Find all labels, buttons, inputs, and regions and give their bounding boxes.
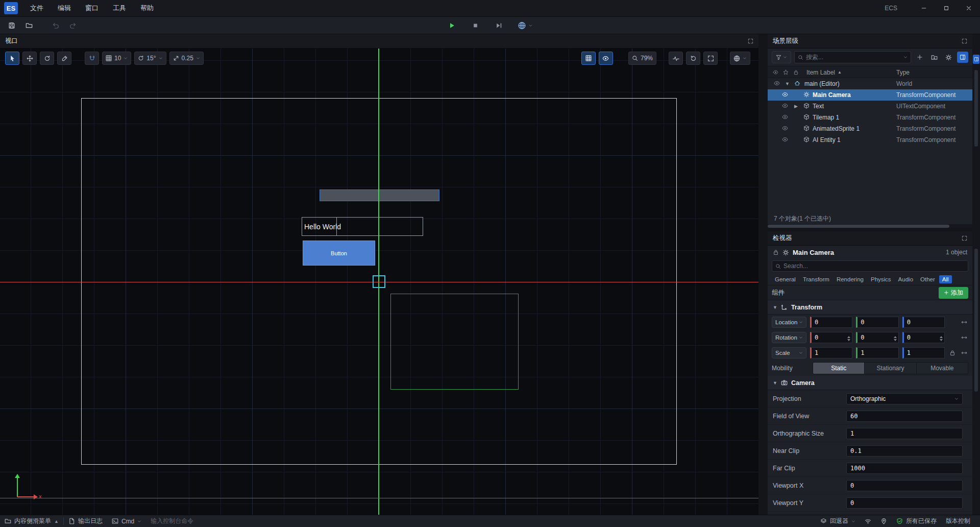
spinner-icon[interactable] xyxy=(847,334,850,343)
mobility-stationary[interactable]: Stationary xyxy=(864,363,916,374)
scale-y-input[interactable]: 1 xyxy=(856,347,898,358)
hierarchy-search[interactable] xyxy=(794,51,911,63)
network-status-button[interactable] xyxy=(860,515,876,527)
lock-scale-icon[interactable] xyxy=(948,350,957,356)
scale-z-input[interactable]: 1 xyxy=(902,347,945,358)
tab-physics[interactable]: Physics xyxy=(868,275,894,283)
layout-button[interactable] xyxy=(957,52,968,63)
add-entity-button[interactable] xyxy=(914,52,925,63)
cmd-dropdown[interactable]: Cmd xyxy=(107,515,146,527)
scale-dropdown[interactable]: Scale xyxy=(772,347,806,358)
transform-section-header[interactable]: ▼ Transform xyxy=(768,300,972,315)
viewport-y-input[interactable]: 0 xyxy=(846,497,963,509)
scrollbar-thumb[interactable] xyxy=(974,70,978,147)
viewport-x-input[interactable]: 0 xyxy=(846,480,963,491)
scrollbar-thumb[interactable] xyxy=(974,249,978,392)
link-axes-icon[interactable] xyxy=(960,319,968,325)
save-button[interactable] xyxy=(4,18,19,33)
expand-icon[interactable] xyxy=(962,38,967,44)
add-component-button[interactable]: 添加 xyxy=(939,287,968,299)
tab-general[interactable]: General xyxy=(772,275,799,283)
spinner-icon[interactable] xyxy=(894,334,897,343)
visibility-eye-icon[interactable] xyxy=(782,103,788,109)
text-widget[interactable]: Hello World xyxy=(302,217,423,236)
hierarchy-row-main-camera[interactable]: Main Camera TransformComponent xyxy=(768,89,972,101)
menu-file[interactable]: 文件 xyxy=(23,0,51,17)
new-folder-button[interactable] xyxy=(928,52,940,63)
location-z-input[interactable]: 0 xyxy=(902,317,945,328)
tab-all[interactable]: All xyxy=(939,275,952,283)
hierarchy-row-tilemap[interactable]: Tilemap 1 TransformComponent xyxy=(768,112,972,123)
select-tool[interactable] xyxy=(5,52,19,65)
zoom-indicator[interactable]: 79% xyxy=(628,52,656,65)
mobility-static[interactable]: Static xyxy=(813,363,864,374)
step-button[interactable] xyxy=(492,18,507,33)
edit-tool[interactable] xyxy=(57,52,71,65)
inspector-search[interactable] xyxy=(772,260,968,272)
maximize-button[interactable] xyxy=(935,0,958,17)
location-y-input[interactable]: 0 xyxy=(856,317,898,328)
star-column-icon[interactable] xyxy=(783,69,789,75)
visibility-eye-icon[interactable] xyxy=(782,114,788,120)
rollback-dropdown[interactable]: 回退器 xyxy=(816,515,860,527)
console-command-input[interactable]: 输入控制台命令 xyxy=(146,515,198,527)
snap-toggle[interactable] xyxy=(85,52,99,65)
world-dropdown[interactable] xyxy=(730,52,750,65)
collapse-caret-icon[interactable]: ▼ xyxy=(773,305,777,310)
menu-window[interactable]: 窗口 xyxy=(78,0,106,17)
visibility-toggle[interactable] xyxy=(599,52,613,65)
hierarchy-row-main[interactable]: ▼ main (Editor) World xyxy=(768,78,972,89)
viewport-canvas[interactable]: 10 15° 0.25 xyxy=(0,49,758,515)
visibility-eye-icon[interactable] xyxy=(782,91,788,98)
link-axes-icon[interactable] xyxy=(960,334,968,341)
rotation-y-input[interactable]: 0 xyxy=(856,332,898,343)
open-button[interactable] xyxy=(21,18,37,33)
visibility-eye-icon[interactable] xyxy=(782,136,788,142)
projection-dropdown[interactable]: Orthographic xyxy=(846,393,963,404)
eye-column-icon[interactable] xyxy=(773,69,778,75)
hierarchy-search-input[interactable] xyxy=(806,54,901,61)
hierarchy-row-text[interactable]: ▶ Text UITextComponent xyxy=(768,101,972,112)
visibility-eye-icon[interactable] xyxy=(774,80,780,86)
orthographic-size-input[interactable]: 1 xyxy=(846,428,963,439)
rotation-z-input[interactable]: 0 xyxy=(902,332,945,343)
location-x-input[interactable]: 0 xyxy=(810,317,852,328)
near-clip-input[interactable]: 0.1 xyxy=(846,445,963,457)
tilemap-bar[interactable] xyxy=(320,189,439,201)
move-tool[interactable] xyxy=(22,52,37,65)
close-button[interactable] xyxy=(958,0,980,17)
expand-caret-icon[interactable]: ▶ xyxy=(794,101,798,112)
redo-button[interactable] xyxy=(65,18,81,33)
output-log-button[interactable]: 输出日志 xyxy=(64,515,107,527)
location-button[interactable] xyxy=(876,515,892,527)
fullscreen-button[interactable] xyxy=(703,52,718,65)
selection-marker[interactable] xyxy=(373,275,385,288)
spinner-icon[interactable] xyxy=(940,334,943,343)
rotate-snap-dropdown[interactable]: 15° xyxy=(134,52,166,65)
grid-snap-dropdown[interactable]: 10 xyxy=(102,52,131,65)
rotate-tool[interactable] xyxy=(40,52,54,65)
save-status[interactable]: 所有已保存 xyxy=(892,515,941,527)
hierarchy-row-ai-entity[interactable]: AI Entity 1 TransformComponent xyxy=(768,134,972,146)
far-clip-input[interactable]: 1000 xyxy=(846,463,963,474)
hierarchy-row-animatedsprite[interactable]: AnimatedSprite 1 TransformComponent xyxy=(768,123,972,134)
lock-column-icon[interactable] xyxy=(793,69,799,75)
field-of-view-input[interactable]: 60 xyxy=(846,411,963,422)
play-mode-dropdown[interactable] xyxy=(515,20,536,31)
tab-audio[interactable]: Audio xyxy=(895,275,916,283)
scale-snap-dropdown[interactable]: 0.25 xyxy=(169,52,204,65)
expand-icon[interactable] xyxy=(962,235,967,241)
minimize-button[interactable] xyxy=(913,0,935,17)
collapse-caret-icon[interactable]: ▼ xyxy=(773,380,777,386)
stats-button[interactable] xyxy=(669,52,683,65)
scrollbar-thumb[interactable] xyxy=(768,225,949,228)
column-item-label[interactable]: Item Label ▲ xyxy=(806,66,842,79)
reset-view-button[interactable] xyxy=(686,52,700,65)
location-dropdown[interactable]: Location xyxy=(772,317,806,328)
lock-icon[interactable] xyxy=(773,249,779,255)
hierarchy-hscrollbar[interactable] xyxy=(768,224,972,228)
version-control-button[interactable]: 版本控制 xyxy=(941,515,975,527)
grid-toggle[interactable] xyxy=(581,52,596,65)
link-axes-icon[interactable] xyxy=(960,350,968,356)
menu-tools[interactable]: 工具 xyxy=(106,0,133,17)
